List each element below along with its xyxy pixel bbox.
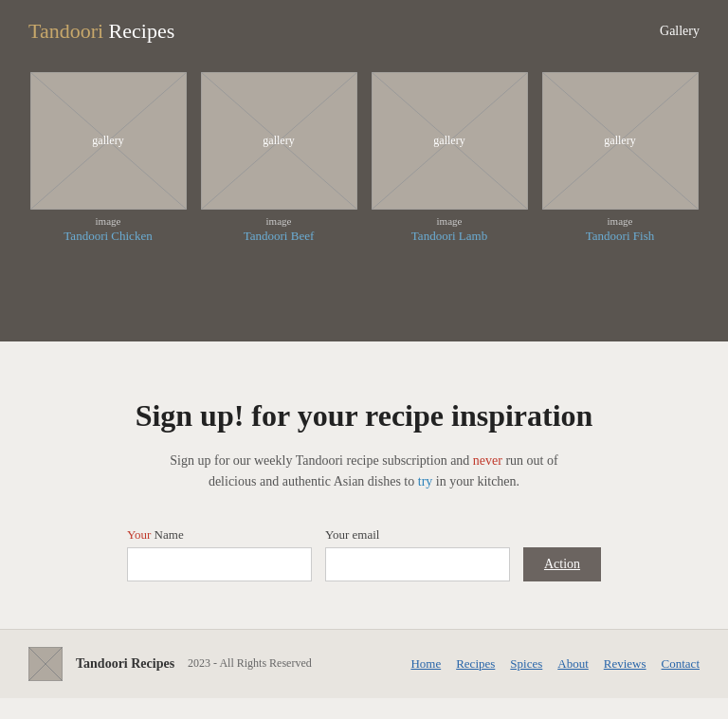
hero-section: Tandoori Recipes Gallery gallery image T… — [0, 0, 728, 341]
footer-left: Tandoori Recipes 2023 - All Rights Reser… — [28, 647, 312, 681]
footer-nav-contact[interactable]: Contact — [662, 656, 700, 672]
footer-nav-recipes[interactable]: Recipes — [456, 656, 495, 672]
name-form-group: Your Name — [127, 527, 312, 581]
gallery-image-fish: gallery — [542, 72, 699, 210]
footer-logo — [28, 647, 63, 681]
gallery-image-lamb: gallery — [372, 72, 528, 210]
signup-form: Your Name Your email Action — [19, 527, 709, 581]
signup-section: Sign up! for your recipe inspiration Sig… — [0, 341, 728, 629]
name-input[interactable] — [127, 547, 312, 581]
gallery-link-lamb[interactable]: Tandoori Lamb — [411, 229, 487, 244]
gallery-link-fish[interactable]: Tandoori Fish — [586, 229, 654, 244]
footer-nav-home[interactable]: Home — [410, 656, 441, 672]
gallery-caption-3: image — [437, 215, 463, 227]
signup-heading: Sign up! for your recipe inspiration — [19, 398, 709, 433]
gallery-image-beef: gallery — [201, 72, 357, 210]
footer-nav-about[interactable]: About — [557, 656, 589, 672]
footer-nav: Home Recipes Spices About Reviews Contac… — [410, 656, 700, 672]
gallery-caption-4: image — [608, 215, 633, 227]
footer-brand: Tandoori Recipes — [76, 656, 174, 672]
gallery-placeholder-label-2: gallery — [263, 134, 294, 148]
gallery-caption-2: image — [266, 215, 292, 227]
site-title: Tandoori Recipes — [28, 19, 174, 44]
signup-subtext: Sign up for our weekly Tandoori recipe s… — [146, 451, 582, 493]
email-label: Your email — [325, 527, 380, 543]
gallery-link-chicken[interactable]: Tandoori Chicken — [64, 229, 152, 244]
hero-nav: Tandoori Recipes Gallery — [28, 19, 700, 44]
name-label: Your Name — [127, 527, 184, 543]
site-title-accent: Tandoori — [28, 19, 103, 43]
gallery-item-chicken: gallery image Tandoori Chicken — [30, 72, 187, 244]
email-form-group: Your email — [325, 527, 510, 581]
gallery-placeholder-label-3: gallery — [433, 134, 464, 148]
gallery-image-chicken: gallery — [30, 72, 187, 210]
footer-copyright: 2023 - All Rights Reserved — [188, 656, 312, 671]
gallery-link-beef[interactable]: Tandoori Beef — [244, 229, 315, 244]
gallery-placeholder-label-1: gallery — [92, 134, 123, 148]
gallery-item-fish: gallery image Tandoori Fish — [542, 72, 699, 244]
gallery-placeholder-label-4: gallery — [604, 134, 635, 148]
gallery-caption-1: image — [96, 215, 121, 227]
email-input[interactable] — [325, 547, 510, 581]
gallery-item-beef: gallery image Tandoori Beef — [201, 72, 357, 244]
footer: Tandoori Recipes 2023 - All Rights Reser… — [0, 629, 728, 698]
gallery-grid: gallery image Tandoori Chicken gallery i… — [28, 72, 700, 244]
gallery-item-lamb: gallery image Tandoori Lamb — [372, 72, 528, 244]
footer-nav-reviews[interactable]: Reviews — [604, 656, 646, 672]
action-button[interactable]: Action — [523, 547, 601, 581]
gallery-nav-link[interactable]: Gallery — [660, 24, 700, 39]
footer-nav-spices[interactable]: Spices — [510, 656, 542, 672]
